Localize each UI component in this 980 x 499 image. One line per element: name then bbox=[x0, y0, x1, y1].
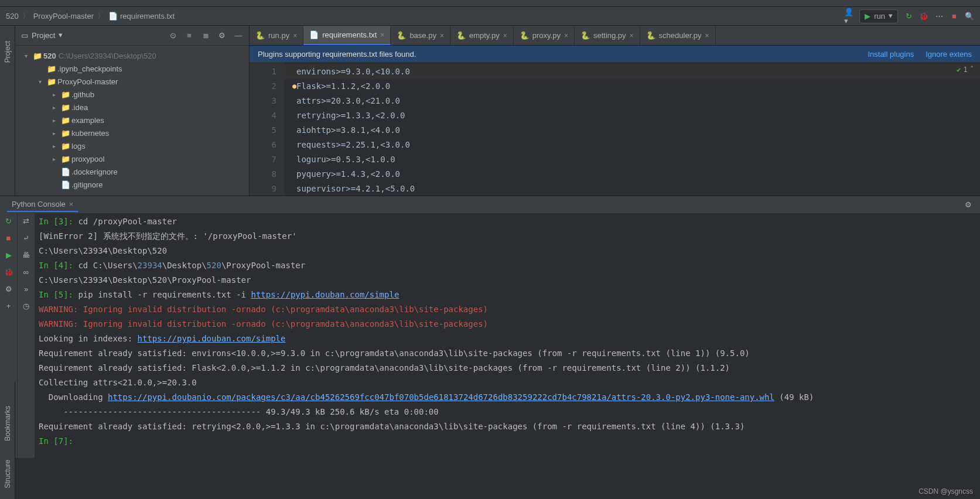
tree-item-label: logs bbox=[71, 142, 86, 151]
gear-icon[interactable]: ⚙ bbox=[964, 200, 973, 210]
code-line: supervisor>=4.2.1,<5.0.0 bbox=[296, 182, 980, 196]
stop-icon[interactable]: ■ bbox=[6, 234, 11, 242]
sidebar-tab-bookmarks[interactable]: Bookmarks bbox=[2, 402, 13, 445]
close-icon[interactable]: × bbox=[69, 200, 74, 209]
settings-icon[interactable]: ⚙ bbox=[5, 285, 12, 293]
file-icon: 📄 bbox=[61, 180, 71, 189]
debug-icon[interactable]: 🐞 bbox=[919, 12, 928, 21]
rerun-icon[interactable]: ↻ bbox=[5, 217, 12, 225]
close-icon[interactable]: × bbox=[293, 32, 297, 40]
gear-icon[interactable]: ⚙ bbox=[217, 31, 227, 40]
tree-item-label: .idea bbox=[71, 103, 88, 112]
install-plugins-link[interactable]: Install plugins bbox=[868, 50, 914, 59]
breadcrumb-file[interactable]: 📄 requirements.txt bbox=[108, 12, 175, 20]
tab-requirements-txt[interactable]: 📄requirements.txt× bbox=[303, 26, 391, 45]
tab-setting-py[interactable]: 🐍setting.py× bbox=[575, 26, 640, 45]
run-icon[interactable]: ▶ bbox=[6, 251, 12, 259]
tab-label: base.py bbox=[409, 31, 436, 40]
tree-root[interactable]: ▾ 📁 520 C:\Users\23934\Desktop\520 bbox=[15, 49, 249, 62]
stop-icon[interactable]: ■ bbox=[950, 12, 959, 21]
editor-tabs: 🐍run.py×📄requirements.txt×🐍base.py×🐍empt… bbox=[250, 26, 980, 46]
tab-proxy-py[interactable]: 🐍proxy.py× bbox=[514, 26, 575, 45]
tree-item[interactable]: ▸📁.github bbox=[15, 88, 249, 101]
breadcrumb-bar: 520 〉 ProxyPool-master 〉 📄 requirements.… bbox=[0, 7, 980, 26]
more-run-icon[interactable]: ⋯ bbox=[934, 12, 944, 21]
tree-item[interactable]: 📄.dockerignore bbox=[15, 165, 249, 178]
chevron-right-icon: 〉 bbox=[97, 11, 105, 22]
project-selector[interactable]: ▭ Project ▾ bbox=[21, 31, 63, 40]
tree-item[interactable]: ▸📁kubernetes bbox=[15, 127, 249, 139]
chevron-down-icon: ▾ bbox=[889, 11, 893, 20]
tab-scheduler-py[interactable]: 🐍scheduler.py× bbox=[640, 26, 716, 45]
tree-item-label: proxypool bbox=[71, 155, 104, 163]
run-icon[interactable]: ↻ bbox=[904, 12, 913, 21]
debug-icon[interactable]: 🐞 bbox=[4, 268, 13, 276]
tab-label: scheduler.py bbox=[659, 31, 702, 40]
softwrap-icon[interactable]: ⤶ bbox=[23, 234, 29, 242]
add-user-icon[interactable]: 👤▾ bbox=[844, 12, 853, 21]
plugin-notification: Plugins supporting requirements.txt file… bbox=[250, 46, 980, 62]
tree-item-label: .dockerignore bbox=[71, 168, 118, 176]
collapse-icon[interactable]: ≣ bbox=[201, 31, 210, 40]
folder-icon: 📁 bbox=[61, 155, 71, 163]
tree-item[interactable]: ▾📁ProxyPool-master bbox=[15, 75, 249, 88]
variables-icon[interactable]: ∞ bbox=[23, 268, 29, 276]
chevron-right-icon: 〉 bbox=[22, 11, 30, 22]
folder-icon: 📁 bbox=[61, 103, 71, 112]
breadcrumb-folder[interactable]: ProxyPool-master bbox=[33, 12, 94, 20]
close-icon[interactable]: × bbox=[630, 32, 634, 40]
code-line: aiohttp>=3.8.1,<4.0.0 bbox=[296, 123, 980, 138]
code-line: environs>=9.3.0,<10.0.0 bbox=[296, 64, 980, 79]
chevron-down-icon: ▾ bbox=[25, 53, 33, 59]
ignore-extension-link[interactable]: Ignore extens bbox=[926, 50, 972, 59]
file-icon: 📄 bbox=[61, 168, 71, 176]
tab-empty-py[interactable]: 🐍empty.py× bbox=[450, 26, 514, 45]
code-line: attrs>=20.3.0,<21.0.0 bbox=[296, 94, 980, 108]
code-line: Flask>=1.1.2,<2.0.0 bbox=[296, 79, 980, 94]
tab-python-console[interactable]: Python Console × bbox=[7, 197, 78, 212]
tab-base-py[interactable]: 🐍base.py× bbox=[391, 26, 450, 45]
tab-run-py[interactable]: 🐍run.py× bbox=[250, 26, 303, 45]
print-icon[interactable]: 🖶 bbox=[22, 251, 30, 259]
chevron-icon: ▸ bbox=[53, 143, 61, 149]
close-icon[interactable]: × bbox=[705, 32, 709, 40]
text-file-icon: 📄 bbox=[309, 30, 319, 39]
line-gutter: 123456789 bbox=[250, 62, 285, 196]
expand-icon[interactable]: ≡ bbox=[185, 31, 194, 40]
chevron-icon: ▸ bbox=[53, 104, 61, 111]
add-icon[interactable]: + bbox=[6, 302, 11, 310]
tab-label: proxy.py bbox=[532, 31, 561, 40]
code-line: loguru>=0.5.3,<1.0.0 bbox=[296, 152, 980, 167]
search-icon[interactable]: 🔍 bbox=[965, 12, 974, 21]
close-icon[interactable]: × bbox=[564, 32, 568, 40]
left-tool-tabs-bottom: Bookmarks Structure bbox=[0, 382, 15, 499]
code-editor[interactable]: 123456789 ● environs>=9.3.0,<10.0.0Flask… bbox=[250, 62, 980, 196]
python-file-icon: 🐍 bbox=[397, 31, 406, 40]
tree-item[interactable]: 📁.ipynb_checkpoints bbox=[15, 62, 249, 75]
history-icon[interactable]: » bbox=[24, 285, 28, 293]
folder-icon: 📁 bbox=[47, 77, 57, 86]
chevron-icon: ▸ bbox=[53, 117, 61, 124]
sidebar-tab-project[interactable]: Project bbox=[2, 37, 13, 66]
tab-label: empty.py bbox=[469, 31, 500, 40]
clock-icon[interactable]: ◷ bbox=[23, 302, 29, 310]
hide-icon[interactable]: — bbox=[234, 31, 243, 40]
close-icon[interactable]: × bbox=[380, 31, 384, 39]
tree-item[interactable]: ▸📁logs bbox=[15, 139, 249, 152]
run-config-selector[interactable]: ▶ run ▾ bbox=[859, 9, 898, 23]
tree-item[interactable]: ▸📁.idea bbox=[15, 101, 249, 114]
watermark: CSDN @ysgncss bbox=[918, 487, 973, 495]
locate-icon[interactable]: ⊙ bbox=[168, 31, 177, 40]
sidebar-tab-structure[interactable]: Structure bbox=[2, 456, 13, 492]
project-panel: ▭ Project ▾ ⊙ ≡ ≣ ⚙ — ▾ 📁 520 C:\Users\2… bbox=[15, 26, 250, 196]
scroll-icon[interactable]: ⇄ bbox=[23, 217, 29, 225]
tree-item[interactable]: ▸📁proxypool bbox=[15, 152, 249, 165]
breadcrumb-root[interactable]: 520 bbox=[6, 12, 19, 20]
close-icon[interactable]: × bbox=[503, 32, 507, 40]
tree-item[interactable]: 📄.gitignore bbox=[15, 178, 249, 191]
editor-area: 🐍run.py×📄requirements.txt×🐍base.py×🐍empt… bbox=[250, 26, 980, 196]
menubar bbox=[0, 0, 980, 7]
tree-item[interactable]: ▸📁examples bbox=[15, 114, 249, 127]
console-output[interactable]: In [3]: cd /proxyPool-master [WinError 2… bbox=[35, 213, 980, 458]
close-icon[interactable]: × bbox=[440, 32, 444, 40]
